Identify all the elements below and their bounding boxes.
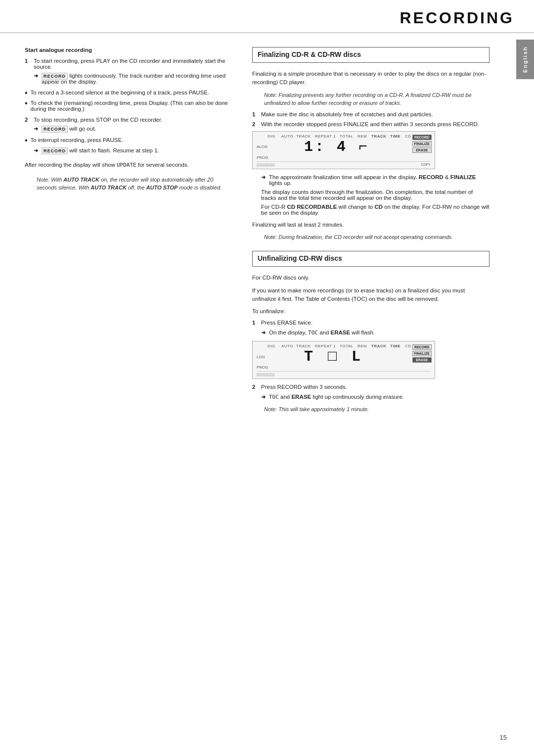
list-text: To stop recording, press STOP on the CD …	[34, 117, 162, 123]
display-label: TRACK	[371, 134, 390, 139]
display-bottom-row2: PROG	[257, 365, 431, 370]
unfinalizing-intro1: For CD-RW discs only.	[252, 274, 490, 282]
arrow-text: RECORD will start to flash. Resume at st…	[42, 147, 159, 153]
display-label: TOTAL	[340, 134, 357, 139]
arrow-item: ➜ The approximate finalization time will…	[261, 174, 490, 186]
display-side-label: ALOG	[257, 144, 274, 149]
erase-button2: ERASE	[412, 357, 432, 363]
arrow-text: The approximate finalization time will a…	[269, 174, 490, 186]
display-panel-2: DIG AUTO TRACK REPEAT 1 TOTAL REM TRACK …	[252, 341, 435, 379]
list-item: • To check the (remaining) recording tim…	[25, 100, 232, 112]
bullet-icon: •	[25, 137, 28, 144]
finalize-button2: FINALIZE	[412, 351, 432, 356]
left-column: Start analogue recording 1 To start reco…	[25, 47, 232, 418]
header: RECORDING	[0, 0, 534, 33]
step-number: 1	[252, 111, 258, 117]
display-bottom-bar2: ||||||||||||||||||||	[257, 371, 431, 376]
bullet-icon: •	[25, 89, 28, 97]
display-label: TOTAL	[340, 344, 357, 348]
finalizing-section: Finalizing CD-R & CD-RW discs	[252, 47, 490, 63]
display-label: REPEAT 1	[315, 134, 340, 139]
step-number: 2	[252, 121, 258, 127]
finalize-step1: 1 Make sure the disc is absolutely free …	[252, 111, 490, 117]
arrow-icon: ➜	[261, 330, 266, 336]
display-prog-label2: PROG	[257, 365, 274, 370]
display-label: TRACK	[296, 134, 315, 139]
display-middle-row: ALOG 1: 4 ⌐ RECORD FINALIZE ERASE	[257, 140, 431, 154]
record-button2: RECORD	[412, 344, 432, 350]
display-bottom-row: PROG	[257, 155, 431, 160]
arrow-icon: ➜	[34, 126, 39, 132]
arrow-item: ➜ RECORD lights continuously. The track …	[34, 73, 232, 85]
unfinalize-note: Note: This will take approximately 1 min…	[264, 405, 490, 414]
display-buttons2: RECORD FINALIZE ERASE	[412, 344, 432, 363]
arrow-item: ➜ RECORD will go out.	[34, 126, 232, 132]
record-badge: RECORD	[42, 126, 68, 133]
sidebar-language-label: English	[516, 40, 534, 79]
list-text: To record a 3-second silence at the begi…	[31, 90, 210, 95]
page-number: 15	[500, 734, 507, 741]
finalizing-title: Finalizing CD-R & CD-RW discs	[258, 50, 484, 58]
display-bar-right: COPY	[421, 163, 431, 166]
unfinalizing-title: Unfinalizing CD-RW discs	[258, 254, 484, 262]
main-content: Start analogue recording 1 To start reco…	[0, 33, 534, 431]
unfinalize-step1: 1 Press ERASE twice.	[252, 320, 490, 326]
arrow-icon: ➜	[34, 73, 39, 79]
display-prog-label: PROG	[257, 155, 274, 160]
step-text: With the recorder stopped press FINALIZE…	[261, 121, 479, 127]
arrow-item: ➜ TOC and ERASE light up continuously du…	[261, 394, 490, 400]
page: RECORDING English Start analogue recordi…	[0, 0, 534, 756]
to-unfinalize-label: To unfinalize:	[252, 307, 490, 316]
display-digits: 1: 4 ⌐	[304, 140, 369, 154]
display-label: TRACK	[371, 344, 390, 348]
note-text: Note: With AUTO TRACK on, the recorder w…	[37, 176, 232, 192]
unfinalize-step2: 2 Press RECORD within 3 seconds.	[252, 384, 490, 390]
display-label: DIG	[267, 134, 281, 139]
display-label	[257, 344, 267, 348]
display-middle-row2: LOG T □ L RECORD FINALIZE ERASE	[257, 349, 431, 364]
list-text: To start recording, press PLAY on the CD…	[34, 58, 232, 70]
finalizing-duration: Finalizing will last at least 2 minutes.	[252, 221, 490, 229]
finalize-button: FINALIZE	[412, 141, 432, 146]
step-number: 1	[252, 320, 258, 326]
body-text2: For CD-R CD RECORDABLE will change to CD…	[261, 204, 490, 216]
arrow-text: RECORD will go out.	[42, 126, 96, 132]
body-text1: The display counts down through the fina…	[261, 189, 490, 201]
list-number: 2	[25, 117, 31, 123]
erase-button: ERASE	[412, 147, 432, 153]
display-label: TIME	[390, 344, 405, 348]
record-badge: RECORD	[42, 147, 68, 154]
page-title: RECORDING	[400, 9, 514, 27]
display-label: REM	[357, 344, 371, 348]
display-label: REM	[357, 134, 371, 139]
list-number: 1	[25, 58, 31, 70]
list-text: To check the (remaining) recording time,…	[31, 100, 232, 112]
start-analogue-heading: Start analogue recording	[25, 47, 232, 53]
step-text: Make sure the disc is absolutely free of…	[261, 111, 433, 117]
display-label: DIG	[267, 344, 281, 348]
display-bar-left: ||||||||||||||||||||	[257, 163, 274, 166]
arrow-text: RECORD lights continuously. The track nu…	[42, 73, 232, 85]
display-label: AUTO	[281, 344, 296, 348]
step-text: Press ERASE twice.	[261, 320, 312, 326]
display-bottom-bar: |||||||||||||||||||| COPY	[257, 161, 431, 166]
display-label	[257, 134, 267, 139]
display-label: AUTO	[281, 134, 296, 139]
display-labels-row2: DIG AUTO TRACK REPEAT 1 TOTAL REM TRACK …	[257, 344, 431, 348]
display-labels-row: DIG AUTO TRACK REPEAT 1 TOTAL REM TRACK …	[257, 134, 431, 139]
list-item: • To record a 3-second silence at the be…	[25, 90, 232, 97]
step-text: Press RECORD within 3 seconds.	[261, 384, 347, 390]
display-label: TRACK	[296, 344, 315, 348]
note-block: Note: With AUTO TRACK on, the recorder w…	[25, 176, 232, 192]
arrow-item: ➜ RECORD will start to flash. Resume at …	[34, 147, 232, 154]
arrow-text: On the display, TOC and ERASE will flash…	[269, 330, 375, 336]
list-text: To interrupt recording, press PAUSE.	[31, 137, 124, 143]
display-buttons: RECORD FINALIZE ERASE	[412, 135, 432, 153]
record-button: RECORD	[412, 135, 432, 140]
list-item: • To interrupt recording, press PAUSE.	[25, 137, 232, 144]
right-column: Finalizing CD-R & CD-RW discs Finalizing…	[252, 47, 509, 418]
after-recording-text: After recording the display will show UP…	[25, 161, 232, 170]
arrow-icon: ➜	[261, 174, 266, 181]
arrow-item: ➜ On the display, TOC and ERASE will fla…	[261, 330, 490, 336]
list-item: 1 To start recording, press PLAY on the …	[25, 58, 232, 70]
